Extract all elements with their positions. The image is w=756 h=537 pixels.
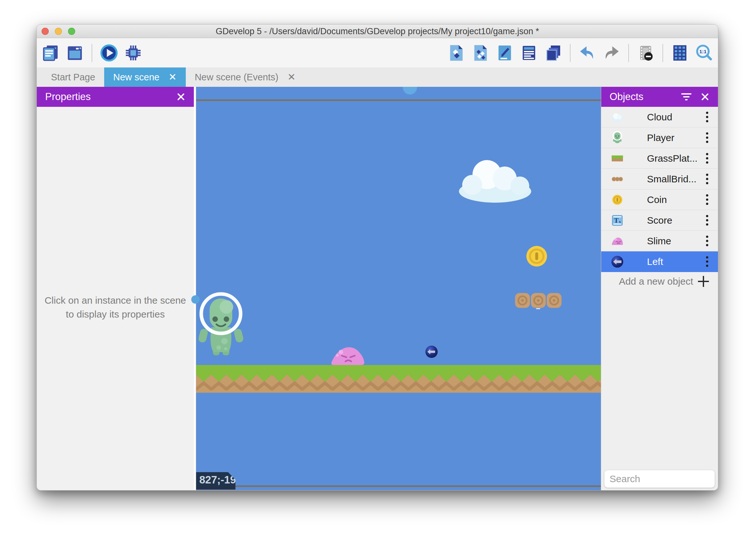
instances-list-icon[interactable] bbox=[520, 44, 538, 62]
coordinates-value: 827;-19 bbox=[199, 474, 236, 486]
object-name: Coin bbox=[647, 194, 706, 205]
add-object-label: Add a new object bbox=[601, 276, 698, 287]
toolbar-separator bbox=[662, 44, 663, 62]
objects-list: Cloud Player bbox=[601, 107, 718, 291]
object-row-slime[interactable]: Slime bbox=[601, 231, 718, 251]
left-instance[interactable] bbox=[425, 345, 438, 358]
slime-instance[interactable] bbox=[331, 345, 366, 366]
scene-edge-handle[interactable] bbox=[191, 295, 200, 304]
scene-window-border-bottom bbox=[196, 485, 601, 487]
scene-properties-icon[interactable] bbox=[495, 44, 514, 62]
cursor-coordinates-badge: 827;-19 bbox=[196, 472, 236, 490]
small-bridge-instance[interactable] bbox=[515, 292, 562, 310]
redo-icon[interactable] bbox=[602, 44, 621, 62]
badge-underline bbox=[196, 487, 236, 490]
tab-label: New scene (Events) bbox=[195, 72, 279, 83]
object-name: SmallBrid... bbox=[647, 174, 706, 185]
play-icon[interactable] bbox=[100, 44, 118, 62]
debug-icon[interactable] bbox=[124, 44, 142, 62]
kebab-menu-icon[interactable] bbox=[706, 256, 708, 267]
kebab-menu-icon[interactable] bbox=[706, 174, 708, 184]
kebab-menu-icon[interactable] bbox=[706, 112, 708, 122]
kebab-menu-icon[interactable] bbox=[706, 153, 708, 164]
zoom-1-1-icon[interactable]: 1:1 bbox=[695, 44, 713, 62]
coin-instance[interactable] bbox=[526, 245, 548, 267]
objects-search-box bbox=[604, 470, 715, 488]
grass-platform-instance[interactable] bbox=[196, 365, 601, 393]
tab-new-scene-events[interactable]: New scene (Events) ✕ bbox=[186, 67, 305, 87]
object-row-coin[interactable]: Coin bbox=[601, 189, 718, 210]
object-name: Score bbox=[647, 215, 706, 226]
add-object-row[interactable]: Add a new object bbox=[601, 272, 718, 291]
tab-bar: Start Page New scene ✕ New scene (Events… bbox=[37, 67, 718, 87]
toolbar-separator bbox=[92, 44, 92, 62]
tab-new-scene[interactable]: New scene ✕ bbox=[104, 67, 186, 87]
close-tab-icon[interactable]: ✕ bbox=[169, 72, 177, 82]
toolbar-separator bbox=[570, 44, 571, 62]
object-name: Cloud bbox=[647, 112, 706, 123]
scene-canvas[interactable]: 827;-19 bbox=[196, 87, 601, 490]
objects-editor-icon[interactable] bbox=[447, 44, 466, 62]
kebab-menu-icon[interactable] bbox=[706, 215, 708, 226]
small-bridge-icon bbox=[610, 172, 624, 186]
tab-label: New scene bbox=[113, 72, 159, 83]
window-title: GDevelop 5 - /Users/david/Documents/GDev… bbox=[37, 24, 718, 38]
kebab-menu-icon[interactable] bbox=[706, 235, 708, 246]
close-icon[interactable] bbox=[176, 92, 185, 102]
objects-title: Objects bbox=[610, 91, 681, 103]
objects-panel: Objects Cloud bbox=[601, 87, 718, 490]
title-bar: GDevelop 5 - /Users/david/Documents/GDev… bbox=[37, 24, 718, 38]
object-groups-icon[interactable] bbox=[471, 44, 490, 62]
cloud-instance[interactable] bbox=[454, 155, 538, 204]
search-input[interactable] bbox=[610, 474, 718, 484]
object-row-score[interactable]: T x Score bbox=[601, 210, 718, 231]
close-icon[interactable] bbox=[700, 92, 709, 102]
panel-divider bbox=[194, 87, 196, 490]
properties-title: Properties bbox=[45, 91, 176, 103]
object-row-left[interactable]: Left bbox=[601, 251, 718, 272]
kebab-menu-icon[interactable] bbox=[706, 194, 708, 205]
properties-panel: Properties Click on an instance in the s… bbox=[37, 87, 194, 490]
svg-text:1:1: 1:1 bbox=[699, 49, 707, 54]
player-icon bbox=[610, 131, 624, 145]
kebab-menu-icon[interactable] bbox=[706, 132, 708, 143]
objects-header: Objects bbox=[601, 87, 718, 107]
filter-icon[interactable] bbox=[681, 93, 692, 101]
scene-editor-icon[interactable] bbox=[65, 44, 84, 62]
undo-icon[interactable] bbox=[578, 44, 597, 62]
coin-icon bbox=[610, 193, 624, 207]
project-manager-icon[interactable] bbox=[41, 44, 60, 62]
object-name: Slime bbox=[647, 235, 706, 247]
tab-label: Start Page bbox=[51, 72, 95, 83]
svg-text:x: x bbox=[619, 219, 621, 224]
cloud-icon bbox=[610, 110, 624, 124]
main-area: Properties Click on an instance in the s… bbox=[37, 87, 718, 490]
toolbar-right-group: 1:1 bbox=[447, 38, 713, 67]
object-name: GrassPlat... bbox=[647, 153, 706, 164]
scene-window-border-top bbox=[196, 100, 601, 101]
toolbar-separator bbox=[628, 44, 629, 62]
grass-platform-icon bbox=[610, 151, 624, 166]
plus-icon[interactable] bbox=[698, 276, 709, 287]
player-instance[interactable] bbox=[197, 290, 245, 356]
close-tab-icon[interactable]: ✕ bbox=[287, 72, 295, 82]
properties-header: Properties bbox=[37, 87, 194, 107]
text-object-icon: T x bbox=[610, 213, 624, 227]
properties-empty-message: Click on an instance in the scene to dis… bbox=[43, 293, 188, 321]
gdevelop-window: GDevelop 5 - /Users/david/Documents/GDev… bbox=[36, 24, 718, 490]
toggle-rendering-icon[interactable] bbox=[636, 44, 655, 62]
svg-text:T: T bbox=[614, 216, 619, 224]
layers-icon[interactable] bbox=[544, 44, 562, 62]
object-row-grassplatform[interactable]: GrassPlat... bbox=[601, 148, 718, 169]
tab-start-page[interactable]: Start Page bbox=[42, 67, 104, 87]
object-name: Left bbox=[647, 256, 706, 267]
toolbar: 1:1 bbox=[37, 38, 718, 67]
left-arrow-ball-icon bbox=[610, 255, 624, 269]
grid-icon[interactable] bbox=[670, 44, 689, 62]
slime-icon bbox=[610, 234, 624, 248]
object-row-smallbridge[interactable]: SmallBrid... bbox=[601, 169, 718, 189]
scene-top-handle[interactable] bbox=[403, 87, 417, 95]
object-name: Player bbox=[647, 132, 706, 143]
object-row-cloud[interactable]: Cloud bbox=[601, 107, 718, 128]
object-row-player[interactable]: Player bbox=[601, 128, 718, 148]
